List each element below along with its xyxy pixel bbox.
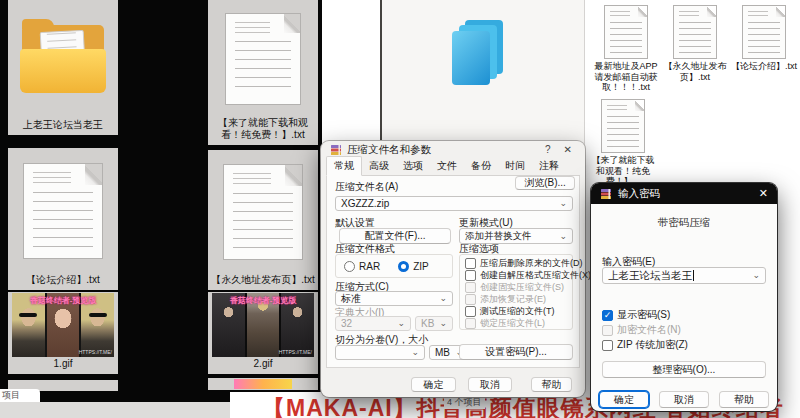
- desktop-item-free-download-txt[interactable]: 【来了就能下载 和观看！纯免 费！】...: [588, 100, 658, 187]
- winrar-icon: [600, 188, 612, 200]
- desktop-item-forum-intro-txt-tile[interactable]: 【论坛介绍】.txt: [8, 148, 118, 290]
- desktop-item-forum-intro-txt[interactable]: 【论坛介绍】.txt: [729, 6, 799, 72]
- ok-button[interactable]: 确定: [411, 377, 456, 392]
- format-rar-radio[interactable]: RAR: [344, 261, 380, 272]
- file-label: 【论坛介绍】.txt: [8, 274, 118, 290]
- tab-advanced[interactable]: 高级: [362, 157, 396, 175]
- page-fold-icon: [85, 164, 102, 185]
- browse-button[interactable]: 浏览(B)...: [515, 176, 575, 190]
- password-dialog-body: 带密码压缩 输入密码(E) 上老王论坛当老王 ⌄ ✓ 显示密码(S) 加密文件名…: [591, 204, 777, 411]
- close-icon[interactable]: ✕: [560, 145, 576, 155]
- desktop-item-latest-address-txt[interactable]: 最新地址及APP 请发邮箱自动获 取！！！.txt: [591, 6, 661, 93]
- password-dialog-titlebar[interactable]: 输入密码 ✕: [591, 183, 777, 204]
- tab-page-general: 压缩文件名(A) 浏览(B)... XGZZZ.zip⌄ 默认设置 配置文件(F…: [326, 176, 580, 368]
- cancel-button[interactable]: 取消: [659, 391, 709, 408]
- checkbox-icon: [465, 258, 476, 269]
- desktop-item-gif2[interactable]: 香菇终结者-预览版 HTTPS://T.ME/ 2.gif: [208, 292, 318, 374]
- chevron-down-icon[interactable]: ⌄: [752, 271, 760, 280]
- chevron-down-icon[interactable]: ⌄: [439, 294, 447, 303]
- organize-passwords-button[interactable]: 整理密码(O)...: [602, 361, 766, 378]
- chevron-down-icon[interactable]: ⌄: [411, 348, 419, 357]
- checkbox-icon: [465, 270, 476, 281]
- option-delete-files-checkbox[interactable]: 压缩后删除原来的文件(D): [465, 257, 583, 269]
- close-icon[interactable]: ✕: [759, 188, 768, 199]
- tab-time[interactable]: 时间: [498, 157, 532, 175]
- desktop-item-folder[interactable]: 上老王论坛当老王: [8, 0, 118, 135]
- help-button[interactable]: 帮助: [531, 377, 572, 392]
- option-test-files-checkbox[interactable]: 测试压缩的文件(T): [465, 305, 555, 317]
- desktop-item-gif1[interactable]: 香菇终结者-预览版 HTTPS://T.ME/ 1.gif: [8, 292, 118, 374]
- archive-name-combobox[interactable]: XGZZZ.zip⌄: [335, 196, 573, 211]
- dictionary-unit-dropdown: KB⌄: [415, 316, 453, 331]
- dictionary-size-dropdown: 32⌄: [335, 316, 411, 331]
- chevron-down-icon: ⌄: [397, 319, 405, 328]
- gif-thumbnail: 香菇终结者-预览版 HTTPS://T.ME/: [12, 293, 114, 357]
- password-input[interactable]: 上老王论坛当老王 ⌄: [602, 267, 766, 284]
- checkbox-icon: [465, 306, 476, 317]
- status-bar-fragment: 项目: [0, 389, 40, 402]
- desktop-item-permanent-address-txt[interactable]: 【永久地址发布 页】.txt: [660, 6, 730, 82]
- cancel-button[interactable]: 取消: [468, 377, 512, 392]
- tab-files[interactable]: 文件: [430, 157, 464, 175]
- items-count: 4 个项目: [444, 396, 485, 409]
- desktop-item-free-download-txt-tile[interactable]: 【来了就能下载和观看！纯免费！】.txt: [208, 0, 318, 145]
- format-zip-radio[interactable]: ZIP: [398, 261, 429, 272]
- file-label: 1.gif: [8, 358, 118, 374]
- archive-format-group: RAR ZIP: [335, 254, 453, 278]
- volume-size-combobox[interactable]: ⌄: [335, 345, 425, 360]
- tab-options[interactable]: 选项: [396, 157, 430, 175]
- chevron-down-icon[interactable]: ⌄: [559, 199, 567, 208]
- text-cursor: [693, 270, 694, 281]
- ok-button[interactable]: 确定: [599, 391, 649, 408]
- thumbnail-url-watermark: HTTPS://T.ME/: [279, 349, 312, 355]
- dialog-title: 压缩文件名和参数: [347, 143, 536, 157]
- radio-selected-icon: [398, 261, 409, 272]
- thumbnail-watermark: 香菇终结者-预览版: [212, 295, 314, 306]
- chevron-down-icon: ⌄: [439, 319, 447, 328]
- page-fold-icon: [285, 165, 302, 186]
- page-fold-icon: [635, 100, 644, 111]
- page-fold-icon: [638, 6, 647, 17]
- page-fold-icon: [707, 6, 716, 17]
- help-icon[interactable]: ?: [541, 145, 555, 155]
- help-button[interactable]: 帮助: [719, 391, 769, 408]
- file-label: 【论坛介绍】.txt: [731, 61, 797, 72]
- file-label: 2.gif: [208, 358, 318, 374]
- chevron-down-icon[interactable]: ⌄: [559, 232, 567, 241]
- text-file-icon: [224, 165, 302, 259]
- tab-general[interactable]: 常规: [326, 156, 362, 176]
- text-file-icon: [674, 6, 716, 58]
- folder-icon: [15, 17, 111, 103]
- checkbox-icon: [602, 325, 613, 336]
- file-label: 【来了就能下载 和观看！纯免 费！】...: [592, 155, 655, 187]
- checkbox-icon: [465, 294, 476, 305]
- option-lock-archive-checkbox: 锁定压缩文件(L): [465, 317, 545, 329]
- folder-label: 上老王论坛当老王: [8, 119, 118, 135]
- checkbox-icon: [602, 340, 613, 351]
- archive-name-label: 压缩文件名(A): [335, 180, 398, 194]
- show-password-checkbox[interactable]: ✓ 显示密码(S): [602, 309, 670, 321]
- partial-gif-thumbnail: [234, 379, 292, 389]
- checkbox-checked-icon: ✓: [602, 310, 613, 321]
- winrar-icon: [330, 144, 342, 156]
- dialog-tabs: 常规 高级 选项 文件 备份 时间 注释: [326, 160, 580, 176]
- archive-dialog: 压缩文件名和参数 ? ✕ 常规 高级 选项 文件 备份 时间 注释 压缩文件名(…: [321, 141, 585, 397]
- file-label: 【来了就能下载和观看！纯免费！】.txt: [208, 117, 318, 145]
- desktop-item-permanent-address-txt-tile[interactable]: 【永久地址发布页】.txt: [208, 150, 318, 290]
- text-file-icon: [24, 164, 102, 258]
- text-file-icon: [605, 6, 647, 58]
- tab-backup[interactable]: 备份: [464, 157, 498, 175]
- blue-copy-files-icon[interactable]: [452, 20, 506, 92]
- text-file-icon: [743, 6, 785, 58]
- page-front: [452, 31, 490, 85]
- option-sfx-checkbox[interactable]: 创建自解压格式压缩文件(X): [465, 269, 591, 281]
- set-password-button[interactable]: 设置密码(P)...: [459, 344, 573, 360]
- text-file-icon: [602, 100, 644, 152]
- desktop: 最新地址及APP 请发邮箱自动获 取！！！.txt 【永久地址发布 页】.txt…: [0, 0, 800, 418]
- zip-legacy-encryption-checkbox[interactable]: ZIP 传统加密(Z): [602, 339, 688, 351]
- partial-tile: [208, 378, 318, 390]
- option-recovery-record-checkbox: 添加恢复记录(E): [465, 293, 546, 305]
- compression-method-dropdown[interactable]: 标准⌄: [335, 291, 453, 306]
- tab-comment[interactable]: 注释: [532, 157, 566, 175]
- gif-thumbnail: 香菇终结者-预览版 HTTPS://T.ME/: [212, 293, 314, 357]
